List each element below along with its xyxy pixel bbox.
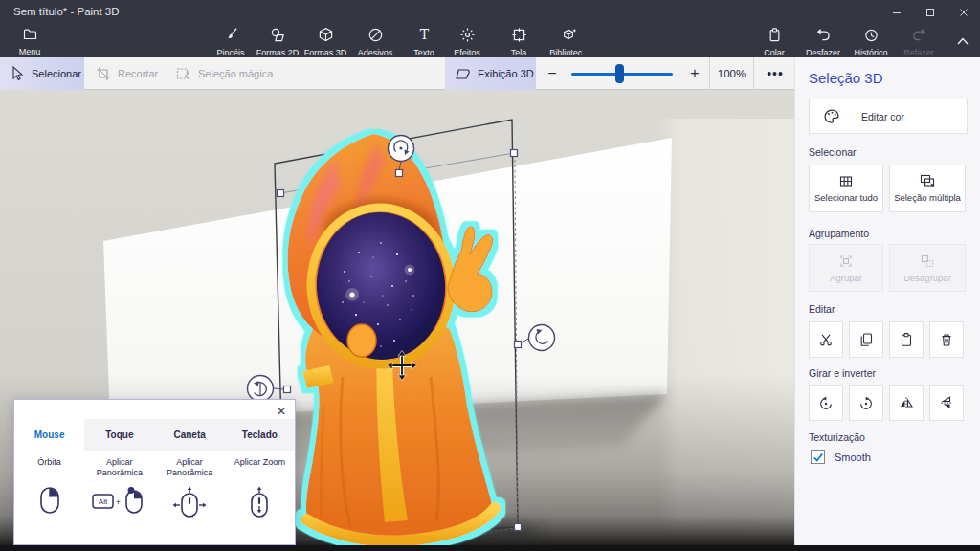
collapse-ribbon-button[interactable]: [951, 29, 974, 54]
tool-tela[interactable]: Tela: [494, 26, 544, 57]
edit-color-button[interactable]: Editar cor: [809, 99, 968, 134]
section-girar-inverter: Girar e inverter: [809, 367, 876, 379]
select-label: Selecionar: [32, 68, 81, 79]
rotate-handle-left[interactable]: [248, 376, 274, 402]
minimize-icon: [892, 8, 902, 17]
tab-mouse[interactable]: Mouse: [14, 419, 84, 451]
zoom-slider-thumb[interactable]: [615, 64, 624, 83]
multi-select-icon: [920, 174, 936, 188]
group-button: Agrupar: [809, 244, 883, 292]
select-all-icon: [838, 175, 854, 188]
view-3d-button[interactable]: Exibição 3D: [445, 57, 536, 90]
action-desfazer[interactable]: Desfazer: [798, 26, 848, 57]
mouse-wheel-zoom-icon: [249, 486, 270, 518]
rotate-left-icon: [818, 395, 834, 410]
chevron-up-icon: [957, 37, 969, 45]
crop-label: Recortar: [118, 68, 158, 79]
palette-icon: [823, 108, 840, 125]
popup-content: Órbita Aplicar Panorâmica Alt +: [14, 457, 295, 520]
brush-icon: [223, 27, 239, 43]
smooth-checkbox-row[interactable]: Smooth: [811, 450, 871, 464]
shapes-2d-icon: [270, 27, 286, 43]
text-icon: T: [416, 27, 433, 43]
tab-teclado[interactable]: Teclado: [225, 419, 295, 451]
tool-label: Pincéis: [206, 48, 256, 57]
tab-caneta[interactable]: Caneta: [155, 419, 225, 451]
copy-icon: [858, 332, 874, 347]
help-item-zoom: Aplicar Zoom: [225, 457, 295, 520]
group-icon: [838, 253, 854, 269]
crop-tool-button[interactable]: Recortar: [96, 57, 158, 90]
help-label: Órbita: [14, 457, 84, 482]
help-label: Aplicar Zoom: [225, 457, 295, 482]
help-label: Aplicar Panorâmica: [155, 457, 225, 482]
rotate-right-button[interactable]: [849, 385, 883, 421]
more-options-button[interactable]: •••: [761, 57, 790, 90]
action-label: Desfazer: [798, 48, 848, 57]
svg-text:+: +: [116, 497, 121, 507]
cut-button[interactable]: [809, 321, 843, 358]
zoom-in-button[interactable]: +: [685, 57, 704, 90]
minimize-button[interactable]: [882, 0, 911, 25]
paste-icon: [899, 332, 914, 347]
tool-label: Efeitos: [442, 48, 492, 57]
tool-biblioteca[interactable]: Bibliotec...: [540, 26, 599, 57]
select-tool-button[interactable]: Selecionar: [0, 57, 84, 90]
flip-vertical-button[interactable]: [929, 385, 964, 421]
magic-select-button[interactable]: Seleção mágica: [176, 57, 273, 90]
select-all-label: Selecionar tudo: [814, 192, 878, 203]
section-agrupamento: Agrupamento: [809, 228, 869, 239]
tool-label: Bibliotec...: [540, 48, 599, 57]
tool-formas-2d[interactable]: Formas 2D: [253, 26, 302, 57]
tool-label: Formas 3D: [301, 48, 350, 57]
rotate-handle-right[interactable]: [529, 325, 555, 351]
action-refazer: Refazer: [894, 26, 944, 57]
menu-button[interactable]: Menu: [8, 26, 52, 57]
more-options-icon: •••: [767, 66, 784, 81]
view-3d-icon: [455, 67, 471, 80]
help-item-pan-wheel: Aplicar Panorâmica: [155, 457, 225, 520]
select-all-button[interactable]: Selecionar tudo: [809, 165, 883, 212]
tool-adesivos[interactable]: Adesivos: [350, 26, 400, 57]
action-label: Colar: [749, 48, 799, 57]
tab-toque[interactable]: Toque: [84, 419, 154, 451]
popup-close-button[interactable]: ✕: [277, 405, 286, 418]
help-label: Aplicar Panorâmica: [84, 457, 154, 482]
paste-button[interactable]: [889, 321, 924, 358]
main-toolbar: Menu Pincéis Formas 2D Formas 3D: [0, 25, 980, 57]
rotate-handle-top[interactable]: [389, 136, 414, 162]
history-icon: [863, 27, 880, 43]
action-label: Histórico: [846, 48, 896, 57]
copy-button[interactable]: [849, 321, 883, 358]
stickers-icon: [368, 27, 384, 43]
close-button[interactable]: [949, 0, 978, 25]
check-icon: [813, 452, 824, 463]
navigation-help-popup: ✕ Mouse Toque Caneta Teclado Órbita Apli…: [13, 399, 296, 545]
selection-3d-panel: Seleção 3D Editar cor Selecionar Selecio…: [794, 57, 980, 551]
flip-horizontal-icon: [899, 395, 914, 410]
shapes-3d-icon: [318, 27, 334, 43]
zoom-out-button[interactable]: −: [543, 57, 562, 90]
group-label: Agrupar: [830, 273, 862, 283]
maximize-button[interactable]: [916, 0, 945, 25]
smooth-label: Smooth: [835, 452, 871, 463]
ungroup-label: Desagrupar: [903, 273, 951, 283]
delete-button[interactable]: [929, 321, 964, 358]
tool-efeitos[interactable]: Efeitos: [442, 26, 492, 57]
rotate-left-button[interactable]: [809, 385, 843, 421]
help-item-orbita: Órbita: [14, 457, 84, 520]
title-bar: Sem título* - Paint 3D: [0, 0, 980, 25]
action-colar[interactable]: Colar: [749, 26, 799, 57]
delete-icon: [939, 332, 954, 347]
smooth-checkbox[interactable]: [811, 450, 825, 464]
tool-formas-3d[interactable]: Formas 3D: [301, 26, 350, 57]
zoom-value[interactable]: 100%: [709, 57, 754, 90]
window-title: Sem título* - Paint 3D: [13, 6, 120, 17]
action-historico[interactable]: Histórico: [846, 26, 896, 57]
multi-select-button[interactable]: Seleção múltipla: [889, 165, 966, 212]
flip-horizontal-button[interactable]: [889, 385, 924, 421]
panel-title: Seleção 3D: [809, 70, 883, 86]
section-selecionar: Selecionar: [809, 146, 857, 158]
tool-pinceis[interactable]: Pincéis: [206, 26, 256, 57]
mouse-wheel-pan-icon: [167, 486, 212, 518]
